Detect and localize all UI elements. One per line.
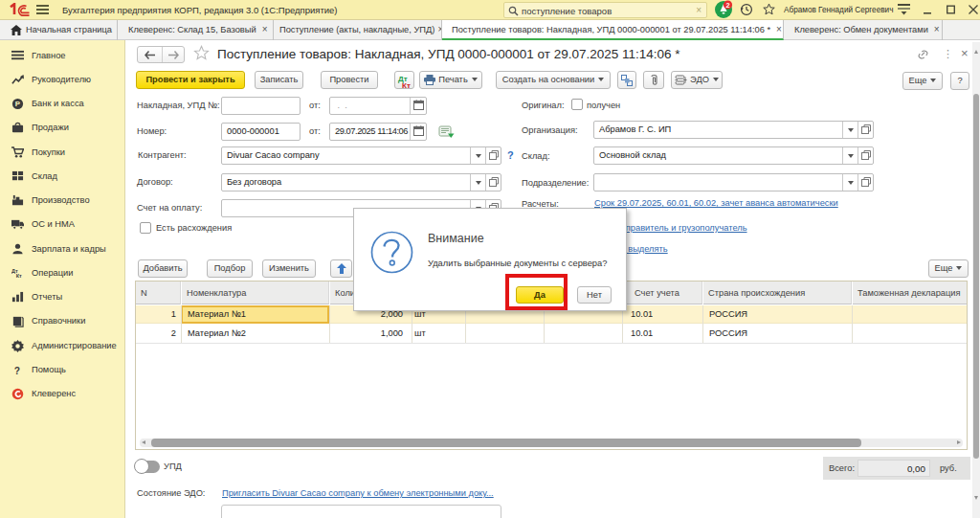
svg-text:Р: Р	[15, 100, 20, 108]
svg-text:2: 2	[725, 1, 729, 10]
svg-text:?: ?	[14, 366, 20, 376]
svg-text:Кт: Кт	[16, 273, 22, 279]
